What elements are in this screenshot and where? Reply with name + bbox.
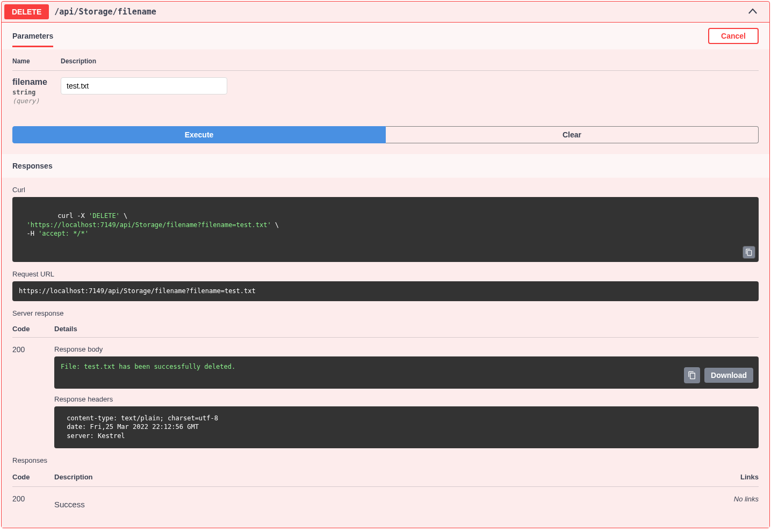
operation-body: Parameters Cancel Name Description filen… (2, 23, 769, 528)
execute-row: Execute Clear (2, 115, 769, 154)
doc-response-code: 200 (12, 494, 54, 509)
doc-response-description: Success (54, 494, 716, 509)
param-type: string (12, 87, 61, 97)
curl-content: curl -X 'DELETE' \ 'https://localhost:71… (19, 212, 279, 238)
server-response-label: Server response (12, 309, 759, 317)
code-col-header: Code (12, 325, 54, 333)
chevron-up-icon[interactable] (739, 5, 767, 19)
response-body-label: Response body (54, 345, 759, 353)
param-name: filename (12, 77, 61, 87)
parameter-row: filename string (query) (12, 71, 759, 105)
curl-code: curl -X 'DELETE' \ 'https://localhost:71… (12, 197, 759, 262)
response-body-block: File: test.txt has been successfully del… (54, 356, 759, 389)
responses-list-label: Responses (12, 456, 759, 464)
cancel-button[interactable]: Cancel (708, 28, 759, 44)
response-headers-block: content-type: text/plain; charset=utf-8 … (54, 406, 759, 448)
documented-response-row: 200 Success No links (12, 487, 759, 520)
links-col-header: Links (716, 473, 759, 481)
description-col-header: Description (54, 473, 716, 481)
param-location: (query) (12, 97, 61, 105)
endpoint-path: /api/Storage/filename (49, 7, 739, 17)
details-col-header: Details (54, 325, 759, 333)
parameters-header: Parameters Cancel (2, 23, 769, 49)
method-badge: DELETE (4, 4, 49, 19)
copy-icon[interactable] (743, 246, 755, 259)
execute-button[interactable]: Execute (12, 126, 386, 143)
request-url-value: https://localhost:7149/api/Storage/filen… (12, 281, 759, 301)
col-header-description: Description (61, 57, 759, 65)
clear-button[interactable]: Clear (386, 126, 759, 143)
copy-icon[interactable] (684, 367, 700, 383)
download-button[interactable]: Download (704, 368, 753, 383)
col-header-name: Name (12, 57, 61, 65)
server-response-row: 200 Response body File: test.txt has bee… (12, 338, 759, 448)
response-body-text: File: test.txt has been successfully del… (61, 363, 235, 370)
response-headers-label: Response headers (54, 395, 759, 403)
responses-header: Responses (2, 154, 769, 178)
parameters-tab[interactable]: Parameters (12, 32, 53, 47)
parameters-table: Name Description filename string (query) (2, 49, 769, 115)
request-url-label: Request URL (12, 270, 759, 278)
response-code: 200 (12, 345, 54, 448)
doc-response-links: No links (734, 495, 759, 503)
responses-section: Responses Curl curl -X 'DELETE' \ 'https… (2, 154, 769, 528)
code-col-header2: Code (12, 473, 54, 481)
param-value-input[interactable] (61, 77, 227, 94)
operation-block: DELETE /api/Storage/filename Parameters … (1, 1, 770, 528)
curl-label: Curl (12, 186, 759, 194)
operation-summary[interactable]: DELETE /api/Storage/filename (2, 2, 769, 23)
